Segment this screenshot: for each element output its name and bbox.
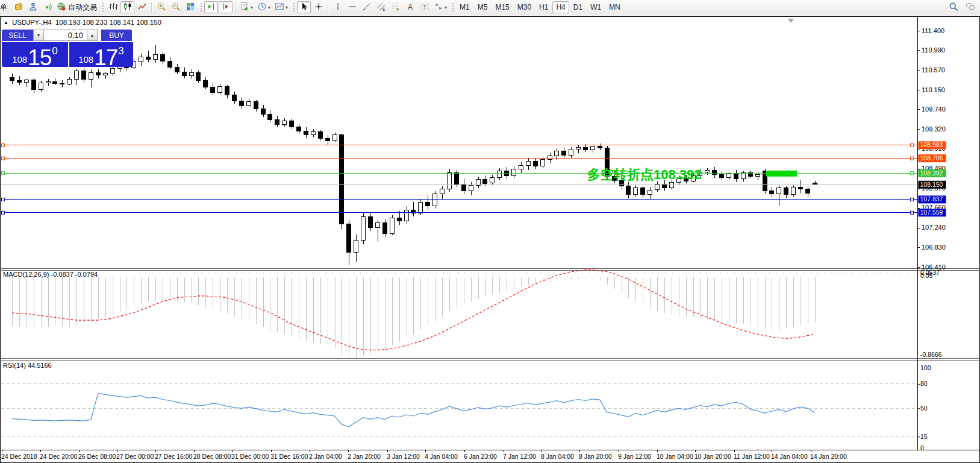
- price-axis-label: 109.740: [922, 106, 946, 113]
- price-axis-label: 110.150: [922, 86, 945, 93]
- text-button[interactable]: A: [403, 1, 417, 13]
- volume-decrease-button[interactable]: ▼: [33, 30, 44, 41]
- rsi-scale-15: 15: [920, 433, 928, 440]
- horizontal-line-icon: [348, 2, 357, 13]
- buy-button[interactable]: BUY: [101, 30, 132, 41]
- cursor-button[interactable]: [297, 1, 311, 13]
- volume-increase-button[interactable]: ▲: [87, 30, 98, 41]
- time-axis-label: 27 Dec 16:00: [155, 453, 193, 460]
- templates-button[interactable]: ▾: [273, 1, 290, 13]
- line-marker[interactable]: [911, 143, 914, 146]
- line-marker[interactable]: [911, 198, 914, 201]
- toolbar-grip[interactable]: [101, 2, 104, 13]
- tf-h4-button[interactable]: H4: [552, 1, 569, 13]
- time-axis-label: 27 Dec 00:00: [116, 453, 154, 460]
- tf-mn-button[interactable]: MN: [605, 1, 624, 13]
- tf-m30-button[interactable]: M30: [514, 1, 535, 13]
- add-indicator-button[interactable]: ▾: [238, 1, 255, 13]
- candle-body: [741, 173, 746, 178]
- tf-m5-button[interactable]: M5: [474, 1, 492, 13]
- search-icon[interactable]: [949, 2, 958, 14]
- horizontal-line-button[interactable]: [345, 1, 359, 13]
- candle-body: [483, 180, 487, 183]
- volume-input[interactable]: [44, 30, 87, 41]
- profile-icon[interactable]: [26, 1, 40, 13]
- arrows-button[interactable]: ▾: [432, 1, 449, 13]
- toolbar-grip[interactable]: [199, 2, 202, 13]
- candle-body: [462, 184, 466, 191]
- time-axis-label: 24 Dec 2018: [1, 453, 37, 460]
- autotrading-button[interactable]: 自动交易: [55, 1, 99, 13]
- line-marker[interactable]: [2, 157, 5, 160]
- candle-body: [734, 174, 738, 178]
- zoom-in-button[interactable]: [154, 1, 168, 13]
- tf-m1-button[interactable]: M1: [456, 1, 473, 13]
- time-axis-label: 8 Jan 04:00: [541, 453, 574, 460]
- tf-m1-button-label: M1: [460, 3, 470, 11]
- chevron-down-icon[interactable]: ▾: [445, 5, 447, 10]
- line-marker[interactable]: [2, 211, 5, 214]
- chart-background[interactable]: [0, 16, 980, 463]
- orders-book-icon[interactable]: [11, 1, 25, 13]
- candle-body: [304, 131, 308, 135]
- candlestick-button[interactable]: [120, 1, 134, 13]
- auto-scroll-button[interactable]: [219, 1, 233, 13]
- candle-body: [390, 218, 395, 233]
- chart-symbol-period: USDJPY-,H4: [12, 19, 52, 26]
- svg-text:E: E: [382, 7, 385, 11]
- candle-body: [770, 191, 774, 194]
- line-marker[interactable]: [2, 198, 5, 201]
- fibonacci-button[interactable]: F: [389, 1, 402, 13]
- chevron-down-icon[interactable]: ▾: [286, 5, 288, 10]
- chevron-down-icon[interactable]: ▾: [251, 5, 253, 10]
- time-axis-label: 26 Dec 08:00: [78, 453, 116, 460]
- candle-body: [225, 87, 229, 95]
- tile-windows-button[interactable]: [183, 1, 197, 13]
- window-menu-icon[interactable]: ▲: [4, 20, 8, 25]
- tf-d1-button[interactable]: D1: [570, 1, 586, 13]
- toolbar-grip[interactable]: [292, 2, 295, 13]
- text-label-button[interactable]: T: [417, 1, 431, 13]
- channel-button[interactable]: E: [374, 1, 388, 13]
- buy-price-box[interactable]: 108 17 3: [69, 42, 133, 67]
- chart-shift-button[interactable]: [204, 1, 218, 13]
- candle-body: [398, 218, 402, 221]
- tf-w1-button[interactable]: W1: [587, 1, 605, 13]
- vertical-line-button[interactable]: [331, 1, 345, 13]
- line-marker[interactable]: [2, 172, 5, 175]
- periods-button[interactable]: ▾: [255, 1, 272, 13]
- chevron-down-icon[interactable]: ▾: [268, 5, 270, 10]
- line-marker[interactable]: [2, 143, 5, 146]
- signals-icon[interactable]: [40, 1, 54, 13]
- new-order-button[interactable]: 单: [0, 1, 11, 13]
- sell-button[interactable]: SELL: [2, 30, 33, 41]
- chart-canvas[interactable]: 多空转折点108.392111.400110.990110.570110.150…: [0, 0, 980, 463]
- highlight-rectangle[interactable]: [766, 171, 797, 177]
- bar-chart-button[interactable]: [106, 1, 120, 13]
- zoom-out-button[interactable]: [169, 1, 183, 13]
- toolbar-grip[interactable]: [451, 2, 454, 13]
- tf-h1-button-label: H1: [539, 3, 548, 11]
- line-marker[interactable]: [911, 211, 914, 214]
- macd-scale-min: -0.8666: [920, 351, 942, 358]
- candle-body: [713, 171, 717, 175]
- trendline-button[interactable]: [360, 1, 373, 13]
- sell-price-box[interactable]: 108 15 0: [2, 42, 68, 67]
- chat-icon[interactable]: [966, 2, 975, 14]
- candle-body: [53, 81, 57, 83]
- line-marker[interactable]: [911, 157, 914, 160]
- fibonacci-icon: F: [391, 2, 401, 13]
- orders-book-icon-icon: [14, 2, 23, 13]
- annotation-text[interactable]: 多空转折点108.392: [587, 167, 702, 182]
- add-indicator-icon: [240, 2, 249, 13]
- line-chart-icon: [137, 2, 147, 13]
- candle-body: [25, 80, 29, 83]
- tf-h1-button[interactable]: H1: [535, 1, 552, 13]
- tf-m15-button[interactable]: M15: [492, 1, 513, 13]
- line-marker[interactable]: [911, 172, 914, 175]
- candle-body: [720, 175, 724, 178]
- sell-price-pip: 0: [52, 45, 57, 57]
- macd-scale-overlap: 0.05: [920, 272, 933, 279]
- crosshair-button[interactable]: [311, 1, 325, 13]
- line-chart-button[interactable]: [135, 1, 149, 13]
